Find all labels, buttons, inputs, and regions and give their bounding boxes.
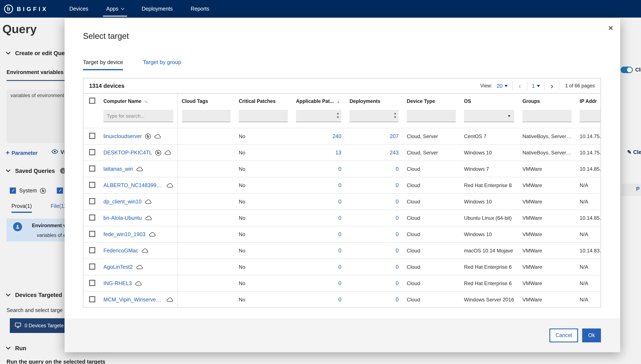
row-checkbox[interactable]: [89, 280, 95, 286]
filter-input-cloud-tags[interactable]: [182, 110, 231, 122]
applicable-patches-link[interactable]: 0: [338, 264, 341, 270]
cancel-button[interactable]: Cancel: [549, 328, 578, 342]
cloud-icon: [166, 298, 173, 302]
page-select[interactable]: 1: [532, 83, 540, 89]
chevron-down-icon: [504, 85, 508, 87]
select-target-modal: ✕ Select target Target by deviceTarget b…: [65, 18, 620, 352]
applicable-patches-link[interactable]: 0: [338, 198, 341, 205]
column-header-applicable-pat: Applicable Pat...↓: [292, 94, 345, 109]
row-checkbox[interactable]: [89, 198, 95, 204]
filter-input-deployments[interactable]: [350, 110, 399, 122]
nav-item-label: Apps: [106, 6, 119, 12]
ok-button[interactable]: Ok: [582, 328, 601, 342]
next-page-button[interactable]: ›: [549, 82, 554, 90]
table-scroll-area: Computer Name↑↓Cloud TagsCritical Patche…: [84, 94, 600, 308]
device-name-link[interactable]: MCM_Vipin_Winserver19: [103, 297, 163, 303]
device-name-link[interactable]: FedericoGMac: [103, 248, 138, 254]
client-toggle-row: Clier: [621, 66, 641, 73]
saved-queries-section-header[interactable]: Saved Queries i: [7, 168, 66, 174]
deployments-link[interactable]: 0: [396, 248, 399, 254]
select-all-checkbox[interactable]: [89, 98, 95, 104]
deployments-link[interactable]: 0: [396, 215, 399, 221]
run-section-header[interactable]: Run: [7, 345, 26, 352]
row-checkbox[interactable]: [89, 214, 95, 220]
deployments-link[interactable]: 0: [396, 264, 399, 270]
tab-target-by-group[interactable]: Target by group: [143, 59, 181, 70]
device-name-link[interactable]: fede_win10_1903: [103, 231, 145, 237]
row-checkbox[interactable]: [89, 296, 95, 302]
row-checkbox[interactable]: [89, 182, 95, 188]
prev-page-button[interactable]: ‹: [517, 82, 522, 90]
second-filter-checkbox[interactable]: [57, 188, 63, 194]
row-checkbox[interactable]: [89, 230, 95, 237]
device-name-link[interactable]: bn-Alola-Ubuntu: [103, 215, 142, 221]
row-checkbox[interactable]: [89, 132, 95, 139]
filter-input-os[interactable]: [464, 110, 514, 122]
deployments-cell: 0: [345, 194, 403, 210]
nav-item-devices[interactable]: Devices: [60, 0, 97, 18]
applicable-patches-link[interactable]: 0: [338, 182, 341, 188]
filter-input-critical-patches[interactable]: [239, 110, 288, 122]
device-name-link[interactable]: ING-RHEL3: [103, 280, 132, 286]
cloud-icon: [164, 150, 171, 155]
device-name-link[interactable]: AgoLinTest2: [103, 264, 133, 270]
tab-target-by-device[interactable]: Target by device: [83, 59, 123, 70]
applicable-patches-link[interactable]: 0: [338, 297, 341, 303]
env-variables-tab[interactable]: Environment variables (W: [7, 69, 72, 75]
filter-input-computer-name[interactable]: [103, 110, 173, 122]
device-name-link[interactable]: ALBERTO_NC148399_B...: [103, 182, 163, 188]
cloud-tags-cell: [177, 144, 235, 161]
filter-deployments: ▲▼: [350, 110, 399, 122]
device-name-link[interactable]: linuxcloudserver: [103, 133, 142, 139]
deployments-link[interactable]: 0: [396, 297, 399, 303]
row-checkbox[interactable]: [89, 149, 95, 155]
add-parameter-button[interactable]: + Parameter: [6, 149, 38, 156]
client-toggle[interactable]: [621, 66, 633, 73]
device-name-link[interactable]: dp_client_win10: [103, 198, 142, 205]
applicable-patches-link[interactable]: 0: [338, 215, 341, 221]
filter-input-applicable-pat[interactable]: [296, 110, 341, 122]
device-type-cell: Cloud, Server: [403, 144, 460, 161]
device-name-link[interactable]: DESKTOP-PKIC4TL: [103, 150, 152, 156]
row-checkbox[interactable]: [89, 165, 95, 172]
devices-targeted-section-header[interactable]: Devices Targeted: [7, 292, 62, 298]
applicable-patches-link[interactable]: 240: [332, 133, 341, 139]
select-all-header: [84, 94, 103, 109]
spinner-icon[interactable]: ▲▼: [336, 112, 339, 119]
tab-prova-1[interactable]: Prova(1): [12, 203, 32, 213]
sort-desc-icon[interactable]: ↓: [337, 98, 340, 104]
system-label: System: [19, 188, 37, 194]
deployments-link[interactable]: 207: [390, 133, 399, 139]
deployments-link[interactable]: 0: [396, 231, 399, 237]
run-hint: Run the query on the selected targets: [7, 359, 105, 364]
dropdown-caret-icon[interactable]: ▼: [507, 114, 511, 118]
filter-input-groups[interactable]: [522, 110, 571, 122]
device-name-link[interactable]: lattanas_win: [103, 166, 133, 172]
plus-icon: +: [6, 149, 10, 156]
clear-button[interactable]: ✎ Cle: [627, 149, 641, 155]
right-button-fragment[interactable]: P: [636, 186, 640, 192]
deployments-link[interactable]: 0: [396, 166, 399, 172]
nav-item-apps[interactable]: Apps: [97, 0, 133, 18]
deployments-link[interactable]: 243: [390, 150, 399, 156]
deployments-link[interactable]: 0: [396, 198, 399, 205]
applicable-patches-link[interactable]: 13: [335, 150, 341, 156]
system-checkbox[interactable]: [10, 188, 16, 194]
filter-input-ip-addr[interactable]: [580, 110, 600, 122]
nav-item-reports[interactable]: Reports: [182, 0, 218, 18]
filter-input-device-type[interactable]: [407, 110, 456, 122]
row-checkbox[interactable]: [89, 247, 95, 253]
nav-item-deployments[interactable]: Deployments: [133, 0, 182, 18]
close-icon[interactable]: ✕: [608, 24, 613, 33]
deployments-link[interactable]: 0: [396, 182, 399, 188]
applicable-patches-link[interactable]: 0: [338, 231, 341, 237]
create-query-section-header[interactable]: Create or edit Quer: [7, 50, 67, 56]
row-checkbox[interactable]: [89, 263, 95, 270]
applicable-patches-link[interactable]: 0: [338, 280, 341, 286]
applicable-patches-link[interactable]: 0: [338, 248, 341, 254]
spinner-icon[interactable]: ▲▼: [394, 112, 396, 119]
page-size-select[interactable]: 20: [497, 83, 508, 89]
deployments-link[interactable]: 0: [396, 280, 399, 286]
applicable-patches-link[interactable]: 0: [338, 166, 341, 172]
sort-icon[interactable]: ↑↓: [144, 99, 147, 104]
